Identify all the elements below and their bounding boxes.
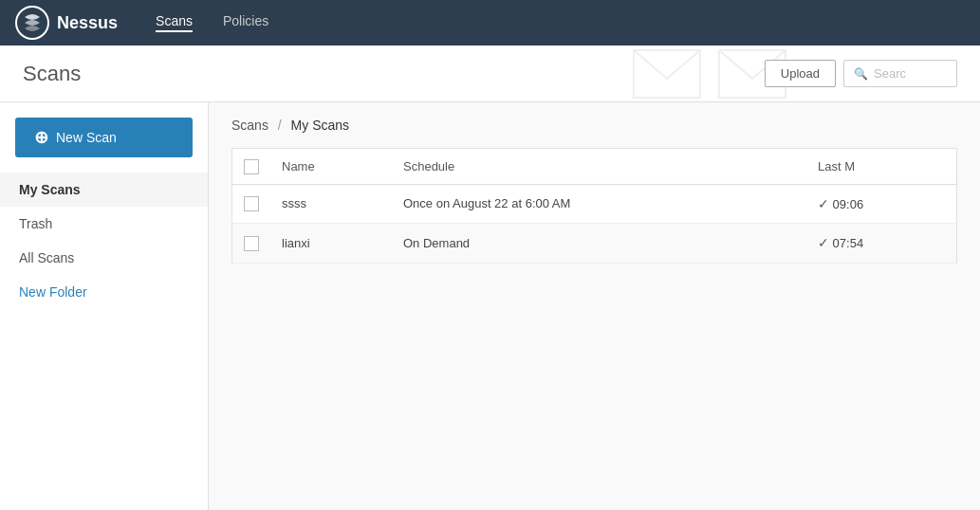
top-nav: Nessus Scans Policies xyxy=(0,0,980,46)
svg-rect-1 xyxy=(634,50,700,98)
plus-icon: ⊕ xyxy=(34,127,48,148)
sidebar-all-scans-label: All Scans xyxy=(19,250,74,265)
sidebar-item-trash[interactable]: Trash xyxy=(0,207,208,241)
row1-checkbox[interactable] xyxy=(244,196,259,211)
nessus-logo-icon xyxy=(15,6,49,40)
row2-checkbox[interactable] xyxy=(244,236,259,251)
row2-check-icon: ✓ xyxy=(818,235,829,250)
row1-name[interactable]: ssss xyxy=(270,184,392,224)
nav-scans[interactable]: Scans xyxy=(156,13,193,32)
sidebar: ⊕ New Scan My Scans Trash All Scans New … xyxy=(0,102,209,510)
th-schedule: Schedule xyxy=(392,149,806,185)
main-layout: ⊕ New Scan My Scans Trash All Scans New … xyxy=(0,102,980,510)
logo-area: Nessus xyxy=(15,6,118,40)
row2-checkbox-cell xyxy=(232,224,271,264)
new-scan-label: New Scan xyxy=(56,130,117,145)
breadcrumb-root: Scans xyxy=(231,118,268,133)
search-box[interactable]: 🔍 Searc xyxy=(843,60,957,87)
row1-check-icon: ✓ xyxy=(818,196,829,211)
table-header-row: Name Schedule Last M xyxy=(232,149,957,185)
breadcrumb-current: My Scans xyxy=(291,118,349,133)
breadcrumb-separator: / xyxy=(278,118,282,133)
table-row: ssss Once on August 22 at 6:00 AM ✓ 09:0… xyxy=(232,184,957,224)
sidebar-item-my-scans[interactable]: My Scans xyxy=(0,173,208,207)
nav-links: Scans Policies xyxy=(156,13,268,32)
app-name: Nessus xyxy=(57,13,118,33)
th-last-modified: Last M xyxy=(806,149,957,185)
scan-table: Name Schedule Last M ssss Once on August… xyxy=(231,148,957,264)
table-row: lianxi On Demand ✓ 07:54 xyxy=(232,224,957,264)
upload-button[interactable]: Upload xyxy=(765,60,836,87)
page-title: Scans xyxy=(23,62,81,86)
th-checkbox xyxy=(232,149,271,185)
row2-name[interactable]: lianxi xyxy=(270,224,392,264)
content-area: Scans / My Scans Name Schedule Last M xyxy=(209,102,980,510)
header-checkbox[interactable] xyxy=(244,159,259,174)
sidebar-trash-label: Trash xyxy=(19,216,52,231)
row2-schedule: On Demand xyxy=(392,224,806,264)
th-name: Name xyxy=(270,149,392,185)
sidebar-new-folder-label: New Folder xyxy=(19,284,87,300)
sidebar-my-scans-label: My Scans xyxy=(19,182,81,197)
row1-last-modified-value: 09:06 xyxy=(833,197,864,211)
search-placeholder: Searc xyxy=(874,66,906,81)
header-right: Upload 🔍 Searc xyxy=(765,60,957,87)
search-icon: 🔍 xyxy=(854,67,868,81)
row2-last-modified: ✓ 07:54 xyxy=(806,224,957,264)
row1-schedule: Once on August 22 at 6:00 AM xyxy=(392,184,806,224)
row1-last-modified: ✓ 09:06 xyxy=(806,184,957,224)
sidebar-item-new-folder[interactable]: New Folder xyxy=(0,275,208,309)
new-scan-button[interactable]: ⊕ New Scan xyxy=(15,118,193,157)
row2-last-modified-value: 07:54 xyxy=(833,236,864,250)
breadcrumb: Scans / My Scans xyxy=(231,118,957,133)
nav-policies[interactable]: Policies xyxy=(223,13,268,32)
sidebar-item-all-scans[interactable]: All Scans xyxy=(0,241,208,275)
page-header: Scans Upload 🔍 Searc xyxy=(0,46,980,102)
row1-checkbox-cell xyxy=(232,184,271,224)
